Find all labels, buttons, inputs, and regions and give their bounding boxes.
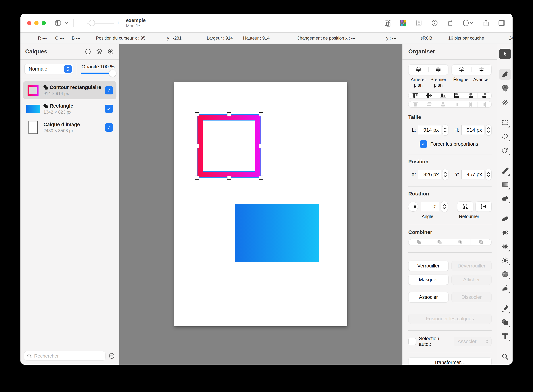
align-top-button[interactable]: [409, 93, 422, 98]
selection-handle-n[interactable]: [227, 112, 231, 116]
text-tool[interactable]: [499, 331, 511, 341]
warp-tool[interactable]: [499, 283, 511, 293]
effects-tool[interactable]: [499, 97, 511, 107]
document-page[interactable]: [174, 82, 347, 326]
align-hcenter-button[interactable]: [464, 93, 477, 98]
send-to-back-button[interactable]: [409, 65, 428, 75]
sharpen-tool[interactable]: [499, 241, 511, 252]
search-field[interactable]: [24, 351, 105, 361]
quick-select-tool[interactable]: [499, 145, 511, 155]
align-bottom-button[interactable]: [436, 93, 450, 98]
close-button[interactable]: [27, 21, 31, 25]
auto-select-checkbox[interactable]: [408, 338, 416, 345]
blue-gradient-rectangle[interactable]: [235, 204, 319, 262]
zoom-slider-knob[interactable]: [89, 20, 95, 26]
lasso-tool[interactable]: [499, 131, 511, 142]
position-x-stepper[interactable]: [442, 169, 448, 180]
blend-mode-select[interactable]: Normale: [24, 64, 73, 74]
canvas-area[interactable]: [119, 44, 402, 365]
paint-tool[interactable]: [499, 165, 511, 176]
distribute-bottom-button[interactable]: [436, 101, 450, 107]
transform-button[interactable]: Transformer…: [408, 357, 492, 365]
align-vcenter-button[interactable]: [422, 93, 436, 98]
zoom-slider[interactable]: [87, 23, 114, 23]
fullscreen-button[interactable]: [42, 21, 46, 25]
position-x-field[interactable]: 326 px: [418, 170, 441, 179]
selection-handle-se[interactable]: [259, 176, 263, 180]
layer-row-image[interactable]: Calque d’image 2480 × 3508 px ✓: [23, 118, 116, 137]
distribute-top-button[interactable]: [409, 101, 422, 107]
distribute-hcenter-button[interactable]: [464, 101, 477, 107]
rotation-dial[interactable]: [408, 202, 418, 211]
size-l-stepper[interactable]: [442, 125, 448, 135]
zoom-out-icon[interactable]: −: [81, 20, 84, 26]
size-h-field[interactable]: 914 px: [462, 125, 485, 135]
size-h-stepper[interactable]: [485, 125, 492, 135]
combine-union-button[interactable]: [409, 239, 429, 245]
layers-stack-icon[interactable]: [96, 48, 103, 55]
bring-to-front-button[interactable]: [428, 65, 448, 75]
combine-exclude-button[interactable]: [471, 239, 491, 245]
zoom-in-icon[interactable]: +: [117, 20, 120, 26]
color-adjust-tool[interactable]: [499, 83, 511, 93]
distribute-left-button[interactable]: [450, 101, 464, 107]
move-tool[interactable]: [499, 49, 511, 59]
rotation-angle-field[interactable]: 0°: [421, 202, 440, 211]
sidebar-right-icon[interactable]: [498, 19, 506, 27]
chevron-down-icon[interactable]: [62, 19, 71, 27]
gradient-tool[interactable]: [499, 179, 511, 190]
rect-select-tool[interactable]: [499, 117, 511, 128]
distribute-vcenter-button[interactable]: [422, 101, 436, 107]
colormix-tool[interactable]: [499, 269, 511, 280]
flip-vertical-button[interactable]: [476, 201, 492, 212]
bring-forward-button[interactable]: [472, 65, 492, 75]
light-tool[interactable]: [499, 255, 511, 266]
position-y-field[interactable]: 457 px: [462, 170, 485, 179]
selection-handle-sw[interactable]: [195, 176, 199, 180]
align-right-button[interactable]: [478, 93, 491, 98]
zoom-tool[interactable]: [499, 351, 511, 362]
selection-handle-nw[interactable]: [195, 112, 199, 116]
layer-visibility-checkbox[interactable]: ✓: [105, 105, 113, 113]
layer-row-contour[interactable]: Contour rectangulaire 914 × 914 px ✓: [23, 81, 116, 99]
info-icon[interactable]: [430, 19, 439, 27]
repair-tool[interactable]: [499, 214, 511, 224]
constrain-checkbox[interactable]: ✓: [420, 140, 427, 148]
send-backward-button[interactable]: [452, 65, 471, 75]
sidebar-left-icon[interactable]: [54, 19, 62, 27]
rotate-canvas-icon[interactable]: [446, 19, 455, 27]
opacity-slider[interactable]: [81, 73, 115, 74]
lock-button[interactable]: Verrouiller: [408, 261, 448, 271]
shape-tool[interactable]: [499, 317, 511, 328]
add-circle-icon[interactable]: [107, 48, 114, 55]
style-tool[interactable]: [499, 69, 511, 80]
hide-button[interactable]: Masquer: [408, 275, 448, 285]
distribute-right-button[interactable]: [478, 101, 491, 107]
duplicate-icon[interactable]: [383, 19, 392, 27]
selection-handle-e[interactable]: [259, 144, 263, 148]
combine-subtract-button[interactable]: [429, 239, 450, 245]
align-left-button[interactable]: [450, 93, 464, 98]
eraser-tool[interactable]: [499, 193, 511, 204]
clone-tool[interactable]: [499, 227, 511, 238]
position-y-stepper[interactable]: [485, 169, 492, 180]
share-icon[interactable]: [482, 19, 490, 27]
selection-handle-s[interactable]: [227, 176, 231, 180]
color-swatches-icon[interactable]: [399, 19, 407, 27]
selection-handle-ne[interactable]: [259, 112, 263, 116]
opacity-slider-knob[interactable]: [109, 70, 116, 77]
more-circle-icon[interactable]: [84, 48, 92, 55]
rotation-angle-stepper[interactable]: [441, 201, 448, 212]
group-button[interactable]: Associer: [408, 292, 448, 302]
layer-visibility-checkbox[interactable]: ✓: [105, 86, 113, 94]
search-input[interactable]: [34, 353, 103, 359]
filter-icon[interactable]: [108, 352, 115, 359]
combine-intersect-button[interactable]: [450, 239, 471, 245]
pen-tool[interactable]: [499, 303, 511, 314]
flip-horizontal-button[interactable]: [457, 201, 473, 212]
selected-shape-outline[interactable]: [197, 114, 261, 177]
layer-row-rectangle[interactable]: Rectangle 1342 × 823 px ✓: [23, 100, 116, 118]
size-l-field[interactable]: 914 px: [418, 125, 441, 135]
selection-handle-w[interactable]: [195, 144, 199, 148]
minimize-button[interactable]: [34, 21, 38, 25]
